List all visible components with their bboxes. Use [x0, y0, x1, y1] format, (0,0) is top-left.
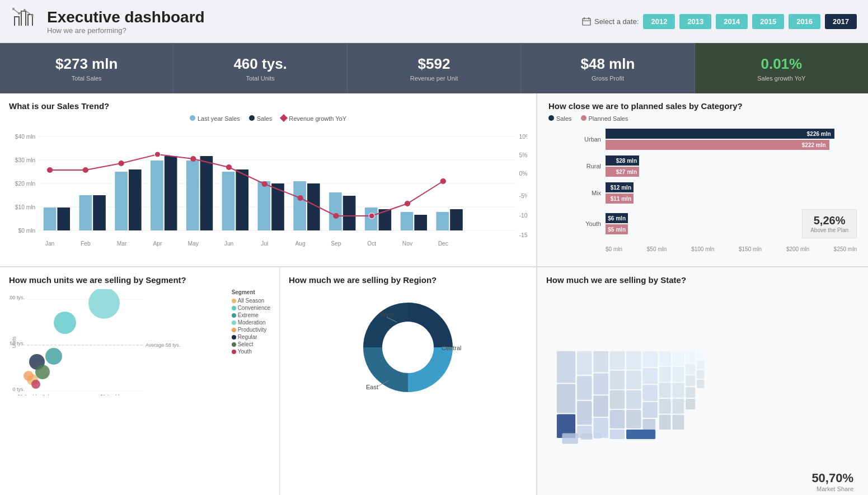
chart-legend: Last year Sales Sales Revenue growth YoY: [9, 115, 527, 122]
svg-point-88: [35, 365, 50, 379]
state-map-title: How much we are selling by State?: [546, 275, 859, 285]
svg-rect-112: [610, 390, 625, 409]
highlight-value: 5,26%: [810, 214, 848, 227]
state-map-section: How much we are selling by State?: [537, 267, 868, 495]
svg-text:5%: 5%: [519, 152, 527, 158]
svg-point-90: [31, 380, 40, 389]
svg-text:May: May: [188, 241, 199, 247]
svg-text:Jun: Jun: [224, 241, 234, 247]
svg-text:Apr: Apr: [153, 241, 162, 247]
legend-growth: Revenue growth YoY: [281, 115, 346, 122]
svg-rect-122: [642, 385, 658, 400]
legend-productivity: Productivity: [232, 327, 270, 333]
legend-sales: Sales: [548, 115, 572, 122]
date-section: Select a date: 2012 2013 2014 2015 2016 …: [582, 14, 857, 29]
year-2014-button[interactable]: 2014: [716, 14, 748, 29]
svg-point-53: [226, 164, 232, 170]
kpi-gross-profit-label: Gross Profit: [592, 75, 624, 82]
svg-rect-125: [659, 351, 671, 366]
svg-rect-139: [686, 399, 695, 409]
svg-point-58: [405, 201, 410, 206]
youth-row: Youth $6 mln $5 mln 5,26% Above the Plan: [576, 209, 857, 238]
svg-rect-26: [79, 195, 92, 230]
svg-rect-116: [626, 371, 641, 389]
svg-rect-113: [610, 410, 625, 428]
year-2016-button[interactable]: 2016: [789, 14, 820, 29]
svg-rect-47: [450, 209, 463, 230]
svg-rect-133: [672, 399, 684, 414]
svg-rect-145: [581, 433, 593, 440]
legend-ly: Last year Sales: [190, 115, 240, 122]
dashboard-icon: [11, 6, 38, 37]
svg-rect-40: [329, 192, 342, 230]
highlight-box: 5,26% Above the Plan: [802, 209, 857, 238]
svg-rect-29: [129, 169, 142, 230]
year-2015-button[interactable]: 2015: [752, 14, 784, 29]
kpi-growth-label: Sales growth YoY: [757, 75, 805, 82]
sales-trend-section: What is our Sales Trend? Last year Sales…: [0, 93, 537, 267]
svg-rect-107: [593, 373, 608, 394]
segment-chart-section: How much units we are selling by Segment…: [0, 267, 280, 495]
svg-rect-124: [642, 419, 655, 430]
legend-convenience: Convenience: [232, 305, 270, 311]
svg-rect-141: [697, 361, 704, 369]
svg-point-84: [88, 289, 120, 319]
highlight-label: Above the Plan: [810, 227, 848, 233]
svg-rect-4: [583, 18, 590, 25]
svg-rect-132: [672, 383, 684, 398]
market-share-display: 50,70% Market Share: [811, 471, 853, 492]
svg-rect-120: [642, 351, 658, 367]
svg-rect-46: [436, 212, 449, 230]
svg-text:Aug: Aug: [295, 241, 305, 247]
svg-text:Oct: Oct: [367, 241, 376, 247]
svg-rect-100: [557, 384, 575, 413]
kpi-total-sales: $273 mln Total Sales: [0, 43, 173, 93]
kpi-growth-value: 0.01%: [761, 55, 802, 73]
planned-bars: Urban $226 mln $222 mln Rural $28 mln $2…: [548, 129, 857, 252]
kpi-gross-profit-value: $48 mln: [581, 55, 635, 73]
kpi-revenue-per-unit: $592 Revenue per Unit: [348, 43, 521, 93]
svg-rect-111: [610, 371, 625, 389]
kpi-revenue-label: Revenue per Unit: [410, 75, 458, 82]
legend-sales: Sales: [249, 115, 273, 122]
svg-rect-35: [236, 169, 248, 230]
sales-trend-title: What is our Sales Trend?: [9, 101, 527, 111]
svg-rect-142: [697, 370, 704, 379]
year-2012-button[interactable]: 2012: [643, 14, 675, 29]
svg-point-85: [54, 312, 76, 334]
svg-rect-127: [659, 383, 671, 398]
svg-point-87: [45, 348, 62, 365]
svg-rect-131: [672, 367, 684, 382]
svg-rect-118: [626, 410, 641, 428]
svg-rect-24: [44, 208, 57, 230]
svg-text:Nov: Nov: [402, 241, 413, 247]
svg-rect-41: [343, 196, 356, 230]
svg-point-56: [333, 213, 339, 219]
segment-chart-title: How much units we are selling by Segment…: [9, 275, 270, 285]
year-2017-button[interactable]: 2017: [825, 14, 857, 29]
svg-text:Average 58 tys.: Average 58 tys.: [146, 342, 180, 348]
svg-point-48: [47, 167, 53, 173]
svg-rect-140: [697, 351, 704, 360]
svg-text:Central: Central: [442, 345, 461, 351]
year-2013-button[interactable]: 2013: [679, 14, 711, 29]
kpi-total-units: 460 tys. Total Units: [173, 43, 347, 93]
legend-select: Select: [232, 341, 270, 347]
svg-rect-129: [659, 414, 671, 430]
market-share-value: 50,70%: [811, 471, 853, 485]
svg-text:$10 mln: $10 mln: [15, 204, 36, 210]
svg-point-91: [24, 371, 34, 381]
svg-text:Jul: Jul: [261, 241, 268, 247]
legend-extreme: Extreme: [232, 312, 270, 318]
svg-rect-34: [222, 172, 235, 230]
svg-point-3: [31, 15, 34, 17]
header: Executive dashboard How we are performin…: [0, 0, 868, 43]
svg-rect-143: [697, 380, 704, 388]
svg-rect-123: [642, 402, 658, 418]
svg-rect-102: [577, 351, 592, 375]
svg-rect-25: [57, 208, 70, 230]
svg-text:West: West: [380, 311, 394, 318]
svg-text:Sep: Sep: [331, 241, 341, 247]
kpi-sales-growth: 0.01% Sales growth YoY: [695, 43, 868, 93]
kpi-total-sales-value: $273 mln: [55, 55, 118, 73]
